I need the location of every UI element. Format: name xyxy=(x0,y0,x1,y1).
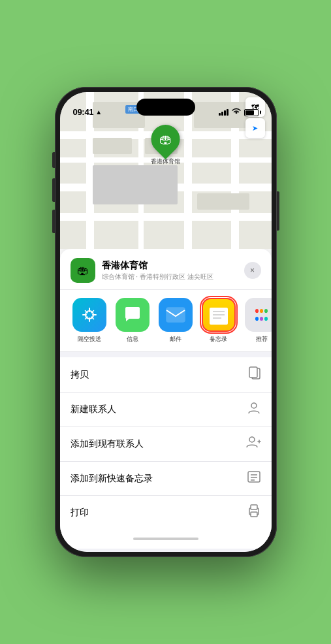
battery-icon xyxy=(244,109,259,116)
copy-icon xyxy=(248,366,261,383)
volume-down-button xyxy=(52,210,55,233)
add-note-icon xyxy=(247,470,261,487)
status-icons xyxy=(219,108,259,117)
location-arrow-icon: ▲ xyxy=(95,108,102,116)
share-row: 隔空投送 信息 xyxy=(60,290,272,352)
action-new-contact-label: 新建联系人 xyxy=(71,404,116,415)
new-contact-icon xyxy=(247,401,261,417)
more-icon xyxy=(245,298,272,332)
svg-point-8 xyxy=(251,403,257,408)
action-add-note[interactable]: 添加到新快速备忘录 xyxy=(60,462,272,496)
home-bar xyxy=(133,538,198,540)
notes-icon xyxy=(202,298,236,332)
home-indicator xyxy=(60,529,272,549)
print-icon xyxy=(247,504,261,521)
action-print-label: 打印 xyxy=(71,507,89,519)
svg-point-9 xyxy=(249,437,255,442)
svg-rect-1 xyxy=(166,308,185,322)
mail-icon xyxy=(159,298,193,332)
share-more[interactable]: 推荐 xyxy=(243,298,272,344)
phone-frame: 09:41 ▲ xyxy=(55,87,277,557)
action-list: 拷贝 新建联系人 xyxy=(60,357,272,529)
venue-info: 香港体育馆 综合体育馆 · 香港特别行政区 油尖旺区 xyxy=(102,260,238,282)
airdrop-label: 隔空投送 xyxy=(78,335,101,344)
airdrop-icon xyxy=(72,298,106,332)
messages-icon xyxy=(116,298,150,332)
status-time: 09:41 xyxy=(73,107,94,117)
action-new-contact[interactable]: 新建联系人 xyxy=(60,393,272,427)
wifi-icon xyxy=(232,108,241,117)
silent-switch xyxy=(52,152,55,168)
dynamic-island xyxy=(136,99,195,116)
venue-name: 香港体育馆 xyxy=(102,260,238,272)
svg-rect-15 xyxy=(251,505,257,509)
venue-sub: 综合体育馆 · 香港特别行政区 油尖旺区 xyxy=(102,272,238,282)
action-print[interactable]: 打印 xyxy=(60,496,272,529)
action-copy[interactable]: 拷贝 xyxy=(60,357,272,393)
notes-label: 备忘录 xyxy=(210,335,227,344)
sheet-header: 🏟 香港体育馆 综合体育馆 · 香港特别行政区 油尖旺区 × xyxy=(60,249,272,290)
share-messages[interactable]: 信息 xyxy=(114,298,151,344)
action-add-contact[interactable]: 添加到现有联系人 xyxy=(60,427,272,462)
venue-icon: 🏟 xyxy=(71,258,95,283)
close-button[interactable]: × xyxy=(244,262,261,279)
action-copy-label: 拷贝 xyxy=(71,369,89,381)
stadium-pin: 🏟 香港体育馆 xyxy=(151,125,180,166)
svg-rect-7 xyxy=(249,367,257,378)
power-button xyxy=(277,191,279,231)
svg-rect-2 xyxy=(210,308,228,325)
more-label: 推荐 xyxy=(256,335,268,344)
location-button[interactable]: ➤ xyxy=(245,118,265,138)
phone-screen: 09:41 ▲ xyxy=(60,92,272,552)
add-contact-icon xyxy=(245,435,261,453)
svg-rect-16 xyxy=(251,512,257,517)
stadium-icon: 🏟 xyxy=(159,132,172,147)
action-add-note-label: 添加到新快速备忘录 xyxy=(71,473,153,485)
pin-circle: 🏟 xyxy=(145,119,185,159)
share-mail[interactable]: 邮件 xyxy=(157,298,195,344)
mail-label: 邮件 xyxy=(170,335,181,344)
volume-up-button xyxy=(52,178,55,202)
share-notes[interactable]: 备忘录 xyxy=(200,298,238,344)
bottom-sheet: 🏟 香港体育馆 综合体育馆 · 香港特别行政区 油尖旺区 × xyxy=(60,249,272,552)
signal-bars xyxy=(219,109,229,116)
action-add-contact-label: 添加到现有联系人 xyxy=(71,438,144,450)
share-airdrop[interactable]: 隔空投送 xyxy=(71,298,108,344)
messages-label: 信息 xyxy=(127,335,138,344)
